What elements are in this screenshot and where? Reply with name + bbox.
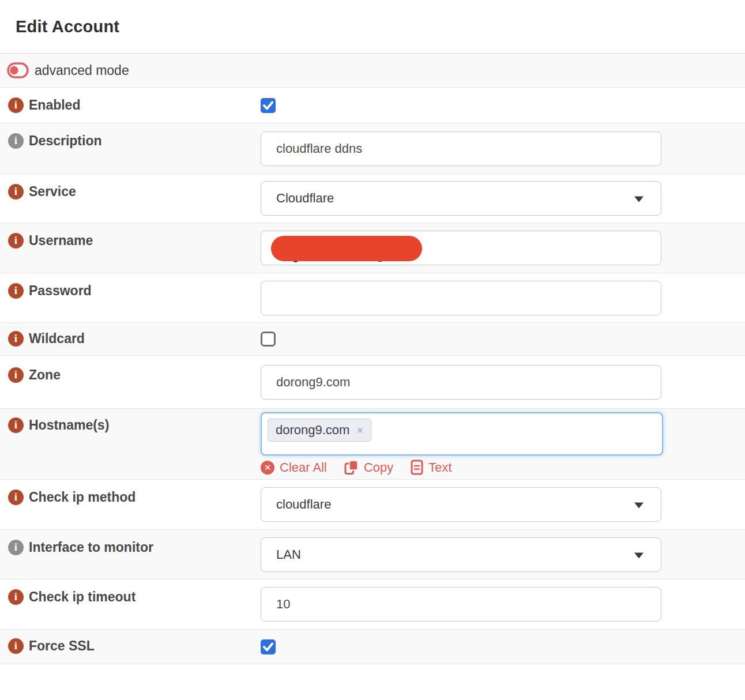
- info-icon[interactable]: i: [8, 638, 24, 654]
- info-icon[interactable]: i: [8, 233, 24, 249]
- info-icon[interactable]: i: [8, 367, 24, 383]
- row-interface-to-monitor: i Interface to monitor LAN: [0, 530, 745, 579]
- edit-account-page: Edit Account advanced mode i Enabled: [0, 0, 745, 700]
- chevron-down-icon: [634, 503, 644, 509]
- text-file-icon: [411, 460, 423, 475]
- hostnames-token-input[interactable]: dorong9.com ×: [261, 412, 663, 456]
- row-password: i Password: [0, 273, 745, 323]
- row-check-ip-timeout: i Check ip timeout: [0, 579, 745, 630]
- description-input[interactable]: [261, 131, 661, 166]
- field-label-force-ssl: Force SSL: [29, 638, 95, 654]
- clear-all-icon: ✕: [261, 461, 274, 475]
- service-select-value: Cloudflare: [276, 191, 334, 206]
- wildcard-checkbox[interactable]: [261, 332, 276, 347]
- field-label-zone: Zone: [29, 367, 61, 383]
- row-username: i Username: [0, 223, 745, 273]
- info-icon[interactable]: i: [8, 417, 24, 433]
- field-label-service: Service: [29, 183, 76, 200]
- info-icon[interactable]: i: [8, 133, 24, 149]
- field-label-description: Description: [29, 133, 102, 149]
- info-icon[interactable]: i: [8, 490, 24, 505]
- field-label-hostnames: Hostname(s): [29, 417, 109, 433]
- row-zone: i Zone: [0, 356, 745, 409]
- bottom-spacer: [0, 664, 745, 698]
- advanced-mode-toggle-icon[interactable]: [7, 62, 29, 78]
- check-ip-method-select[interactable]: cloudflare: [261, 487, 661, 522]
- service-select[interactable]: Cloudflare: [261, 181, 661, 216]
- info-icon[interactable]: i: [8, 184, 24, 200]
- field-label-interface-to-monitor: Interface to monitor: [29, 539, 153, 555]
- clear-all-button[interactable]: ✕ Clear All: [261, 460, 327, 475]
- copy-button[interactable]: Copy: [344, 460, 393, 475]
- row-hostnames: i Hostname(s) dorong9.com × ✕ Clear All: [0, 409, 745, 480]
- field-label-check-ip-method: Check ip method: [29, 489, 136, 505]
- field-label-wildcard: Wildcard: [29, 330, 85, 347]
- info-icon[interactable]: i: [8, 97, 24, 113]
- field-label-check-ip-timeout: Check ip timeout: [29, 589, 136, 605]
- hostname-token: dorong9.com ×: [268, 419, 371, 442]
- row-advanced-mode: advanced mode: [0, 54, 745, 88]
- advanced-mode-label[interactable]: advanced mode: [35, 63, 129, 78]
- row-wildcard: i Wildcard: [0, 323, 745, 356]
- row-enabled: i Enabled: [0, 88, 745, 123]
- field-label-password: Password: [29, 283, 92, 299]
- username-redaction-overlay: [271, 236, 422, 261]
- text-button[interactable]: Text: [411, 460, 451, 475]
- row-check-ip-method: i Check ip method cloudflare: [0, 480, 745, 530]
- info-icon[interactable]: i: [8, 589, 24, 605]
- interface-to-monitor-select[interactable]: LAN: [261, 537, 661, 572]
- copy-icon: [344, 460, 359, 475]
- check-ip-timeout-input[interactable]: [261, 587, 661, 622]
- row-service: i Service Cloudflare: [0, 174, 745, 223]
- check-ip-method-value: cloudflare: [276, 497, 331, 512]
- chevron-down-icon: [634, 197, 644, 202]
- info-icon[interactable]: i: [8, 331, 24, 347]
- enabled-checkbox[interactable]: [261, 98, 276, 113]
- chevron-down-icon: [634, 552, 644, 558]
- field-label-enabled: Enabled: [29, 97, 80, 113]
- password-input[interactable]: [261, 281, 661, 315]
- info-icon[interactable]: i: [8, 283, 24, 299]
- row-description: i Description: [0, 123, 745, 174]
- row-force-ssl: i Force SSL: [0, 630, 745, 664]
- page-header: Edit Account: [0, 0, 745, 54]
- page-title: Edit Account: [16, 17, 119, 36]
- zone-input[interactable]: [261, 365, 661, 400]
- field-label-username: Username: [29, 232, 93, 249]
- interface-to-monitor-value: LAN: [276, 547, 301, 562]
- hostnames-actions: ✕ Clear All Copy: [261, 460, 469, 475]
- force-ssl-checkbox[interactable]: [261, 639, 276, 654]
- remove-token-icon[interactable]: ×: [356, 424, 363, 437]
- info-icon[interactable]: i: [8, 540, 24, 555]
- hostname-token-text: dorong9.com: [276, 423, 349, 438]
